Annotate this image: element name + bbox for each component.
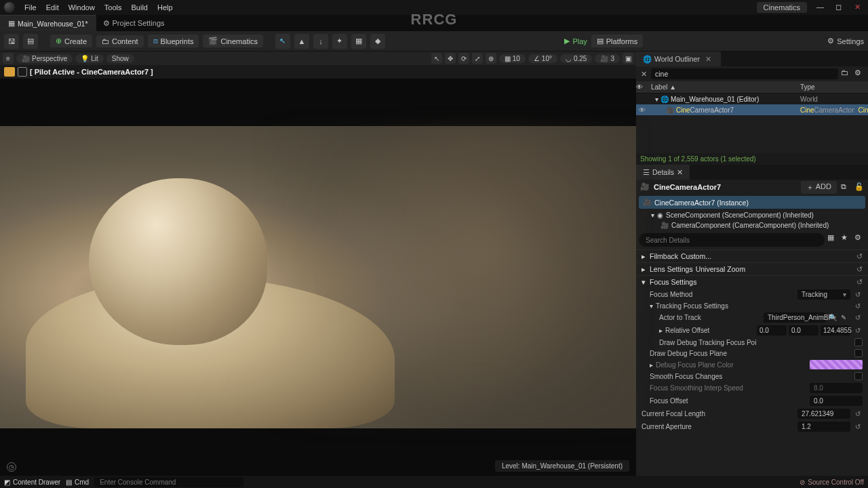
row-track-focus[interactable]: ▾Tracking Focus Settings↺ [636,301,868,311]
outliner-search-input[interactable] [651,68,838,79]
offset-y-input[interactable]: 0.0 [789,325,818,336]
menu-window[interactable]: Window [68,3,95,12]
vp-cam-speed[interactable]: 🎥 3 [595,54,620,63]
vp-select-icon[interactable]: ↖ [431,53,442,64]
chevron-down-icon[interactable]: ▾ [650,96,658,103]
window-max-icon[interactable]: ◻ [835,3,845,12]
chevron-down-icon[interactable]: ▾ [651,211,654,219]
menu-file[interactable]: File [24,3,37,12]
platforms-button[interactable]: ▤Platforms [591,35,643,47]
reset-icon[interactable]: ↺ [853,302,863,310]
reset-icon[interactable]: ↺ [853,423,863,430]
aperture-input[interactable]: 1.2 [797,422,850,432]
filmback-dropdown[interactable]: Custom... [681,252,711,260]
tab-project-settings[interactable]: ⚙ Project Settings [96,15,172,31]
cat-focus[interactable]: ▾Focus Settings↺ [636,275,868,288]
viewport-hint-icon[interactable]: ◷ [7,462,16,472]
cat-filmback[interactable]: ▸FilmbackCustom...↺ [636,249,868,262]
lens-dropdown[interactable]: Universal Zoom [696,265,746,273]
viewport-lit-dropdown[interactable]: 💡 Lit [75,54,104,63]
component-scene-row[interactable]: ▾◉SceneComponent (SceneComponent) (Inher… [636,210,868,220]
vp-scale-icon[interactable]: ⤢ [472,53,483,64]
vp-rotate-icon[interactable]: ⟳ [458,53,469,64]
content-drawer-button[interactable]: ◩ Content Drawer [4,479,60,486]
offset-x-input[interactable]: 0.0 [757,325,787,336]
tool-select-icon[interactable]: ↖ [275,34,290,49]
viewport-canvas[interactable]: Level: Main_Warehouse_01 (Persistent) ◷ [0,79,636,476]
component-camera-row[interactable]: 🎥CameraComponent (CameraComponent) (Inhe… [636,220,868,230]
play-button[interactable]: Play [564,37,587,45]
plane-color-swatch[interactable] [810,360,863,369]
outliner-row-world[interactable]: ▾🌐Main_Warehouse_01 (Editor) World [636,94,868,104]
outliner-search-clear-icon[interactable]: ✕ [639,70,648,79]
outliner-col-label[interactable]: Label ▲ [648,83,800,91]
details-close-icon[interactable]: ✕ [677,168,683,176]
chevron-right-icon[interactable]: ▸ [650,361,653,369]
vp-move-icon[interactable]: ✥ [445,53,456,64]
viewport-show-dropdown[interactable]: Show [106,54,134,63]
tool-mesh-icon[interactable]: ▦ [351,34,366,49]
toolbar-settings-button[interactable]: ⚙Settings [827,37,864,45]
smooth-checkbox[interactable] [854,372,863,380]
tool-landscape-icon[interactable]: ▲ [294,34,309,49]
outliner-close-icon[interactable]: ✕ [703,55,714,63]
outliner-settings-icon[interactable]: ⚙ [854,68,865,79]
details-search-input[interactable] [639,233,825,247]
vp-globe-icon[interactable]: ⊕ [486,53,496,64]
menu-help[interactable]: Help [157,3,173,12]
menu-edit[interactable]: Edit [46,3,59,12]
cmd-button[interactable]: ▤ Cmd [66,479,89,486]
viewport-perspective-dropdown[interactable]: 🎥 Perspective [16,54,73,63]
source-control-status[interactable]: ⊘ Source Control Off [800,479,864,486]
window-close-icon[interactable]: ✕ [854,3,864,12]
vp-max-icon[interactable]: ▣ [623,53,633,64]
focal-input[interactable]: 27.621349 [797,409,850,419]
details-fav-icon[interactable]: ★ [841,233,852,244]
tool-brush-icon[interactable]: ✦ [332,34,347,49]
add-component-button[interactable]: ＋ADD [801,181,837,194]
outliner-add-folder-icon[interactable]: 🗀 [841,68,852,79]
reset-icon[interactable]: ↺ [853,410,863,418]
focus-offset-input[interactable]: 0.0 [810,396,863,406]
eyedropper-icon[interactable]: ✎ [841,314,850,321]
cinematics-button[interactable]: 🎬Cinematics [203,35,262,47]
tab-details[interactable]: ☰Details✕ [636,165,690,180]
tab-level[interactable]: ▦ Main_Warehouse_01* [0,15,96,31]
outliner-col-vis[interactable]: 👁 [636,83,648,91]
tab-world-outliner[interactable]: 🌐World Outliner✕ [636,52,721,66]
save-button[interactable]: 🖫 [4,34,19,49]
reset-icon[interactable]: ↺ [853,291,863,298]
tool-fracture-icon[interactable]: ◆ [370,34,385,49]
reset-icon[interactable]: ↺ [856,265,863,273]
cat-lens[interactable]: ▸Lens SettingsUniversal Zoom↺ [636,262,868,275]
blueprints-button[interactable]: ⧈Blueprints [148,35,199,47]
details-grid-icon[interactable]: ▦ [827,233,838,244]
vp-grid-snap[interactable]: ▦ 10 [499,54,526,63]
eye-icon[interactable]: 👁 [636,106,648,114]
menu-build[interactable]: Build [132,3,148,12]
reset-icon[interactable]: ↺ [856,278,863,286]
search-icon[interactable]: 🔍 [829,314,838,321]
focus-method-dropdown[interactable]: Tracking [797,289,850,300]
viewport-menu-icon[interactable]: ≡ [3,53,14,64]
details-gear-icon[interactable]: ⚙ [854,233,865,244]
actor-track-dropdown[interactable]: ThirdPerson_AnimBP [764,312,826,323]
outliner-col-type[interactable]: Type [800,83,868,91]
draw-plane-checkbox[interactable] [854,349,863,357]
details-browse-icon[interactable]: ⧉ [841,182,850,192]
console-input[interactable] [94,477,243,487]
draw-track-checkbox[interactable] [854,338,863,346]
offset-z-input[interactable]: 124.4855 [821,325,850,336]
menu-tools[interactable]: Tools [104,3,122,12]
tool-foliage-icon[interactable]: ↓ [313,34,328,49]
outliner-row-actor[interactable]: 👁 🎥CineCameraActor7 CineCameraActorCineC… [636,104,868,115]
content-button[interactable]: 🗀Content [96,35,144,47]
menu-cinematics-pill[interactable]: Cinematics [757,2,807,13]
reset-icon[interactable]: ↺ [856,252,863,260]
window-min-icon[interactable]: — [816,3,826,12]
component-instance-row[interactable]: 🎥CineCameraActor7 (Instance) [639,196,865,209]
chevron-right-icon[interactable]: ▸ [659,327,663,334]
vp-scale-snap[interactable]: ◡ 0.25 [560,54,592,63]
vp-rot-snap[interactable]: ∠ 10° [528,54,557,63]
pilot-eject-button[interactable] [18,67,27,77]
